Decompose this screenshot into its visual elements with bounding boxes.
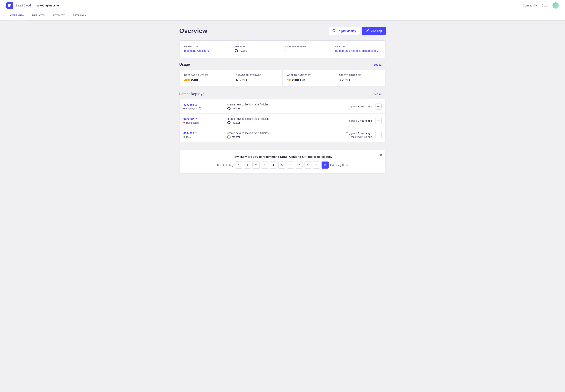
deploys-see-all[interactable]: See all → — [373, 93, 386, 96]
triggered-time-3: 2 hours ago — [358, 132, 372, 135]
svg-line-3 — [196, 104, 197, 105]
refresh-icon — [332, 29, 335, 33]
breadcrumb: Strapi Cloud / marketing-website — [16, 4, 59, 7]
external-icon-app — [377, 49, 379, 52]
survey-label-right: Extremely likely — [330, 164, 348, 167]
tab-settings[interactable]: SETTINGS — [69, 11, 90, 20]
deploy-menu-button-3[interactable]: ··· — [375, 132, 382, 138]
deploy-spinner-1 — [199, 107, 201, 110]
survey-num-8[interactable]: 8 — [304, 162, 311, 168]
deploy-hash-link-1[interactable]: a1a76c6 — [183, 103, 194, 106]
repository-card: REPOSITORY marketing-website — [179, 40, 386, 58]
survey-num-4[interactable]: 4 — [270, 162, 277, 168]
repo-label-branch: BRANCH — [235, 45, 280, 48]
deploys-section-header: Latest Deploys See all → — [179, 92, 386, 96]
usage-value-assets-bw: 98 /100 GB — [287, 78, 329, 82]
usage-section-header: Usage See all → — [179, 63, 386, 67]
deploy-hash-link-3[interactable]: 404c927 — [183, 132, 194, 135]
survey-num-5[interactable]: 5 — [278, 162, 285, 168]
repo-value-appurl: random-app-name.strapiapp.com — [335, 49, 381, 52]
deployed-in-3: Deployed in 12 min — [329, 135, 372, 138]
deploy-info-2: 94222df Build failed — [183, 117, 223, 124]
repo-link[interactable]: marketing-website — [184, 49, 230, 52]
deploy-branch-3: master — [227, 135, 324, 139]
usage-value-db-storage: 4.5 GB — [236, 78, 278, 82]
survey-bar: ✕ How likely are you to recommend Strapi… — [179, 150, 386, 173]
trigger-deploy-label: Trigger deploy — [337, 29, 356, 32]
svg-line-1 — [208, 50, 209, 51]
usage-item-db-storage: DATABASE STORAGE 4.5 GB — [231, 70, 283, 86]
nav-tabs: OVERVIEW DEPLOYS ACTIVITY SETTINGS — [0, 11, 565, 21]
deploy-status-1: Deploying — [183, 107, 223, 110]
deploy-menu-button-2[interactable]: ··· — [375, 118, 382, 124]
repo-value-branch: master — [235, 49, 280, 53]
repo-item-branch: BRANCH master — [235, 45, 280, 53]
deploy-hash-3: 404c927 — [183, 132, 223, 135]
arrow-right-icon: → — [383, 63, 386, 66]
survey-num-0[interactable]: 0 — [235, 162, 242, 168]
docs-link[interactable]: Docs — [541, 4, 548, 7]
page-header: Overview Trigger deploy — [179, 27, 386, 35]
survey-num-2[interactable]: 2 — [253, 162, 260, 168]
avatar[interactable] — [552, 2, 559, 9]
usage-highlight-db-entries: 480 — [184, 78, 190, 82]
usage-item-assets-storage: ASSETS STORAGE 3.2 GB — [334, 70, 386, 86]
header: Strapi Cloud / marketing-website Communi… — [0, 0, 565, 11]
repo-grid: REPOSITORY marketing-website — [184, 45, 381, 53]
deploy-desc-text-2: create new collection type Articles — [227, 117, 324, 120]
survey-num-10[interactable]: 10 — [322, 162, 329, 168]
deploy-status-2: Build failed — [183, 121, 223, 124]
deploys-section: Latest Deploys See all → a1a76c6 Deployi… — [179, 92, 386, 142]
deploy-meta-3: Triggered 2 hours ago Deployed in 12 min — [329, 132, 372, 138]
visit-app-label: Visit app — [371, 29, 382, 32]
tab-activity[interactable]: ACTIVITY — [49, 11, 69, 20]
deploy-menu-button-1[interactable]: ··· — [375, 103, 382, 110]
survey-num-7[interactable]: 7 — [296, 162, 303, 168]
status-dot-3 — [183, 136, 185, 138]
usage-item-db-entries: DATABASE ENTRIES 480 /500 — [179, 70, 231, 86]
usage-see-all[interactable]: See all → — [373, 63, 386, 66]
usage-item-assets-bw: ASSETS BANDWIDTH 98 /100 GB — [282, 70, 334, 86]
svg-line-5 — [196, 132, 197, 133]
svg-line-4 — [195, 118, 197, 119]
page-actions: Trigger deploy Visit app — [329, 27, 386, 35]
usage-label-db-storage: DATABASE STORAGE — [236, 74, 278, 76]
deploy-meta-2: Triggered 2 hours ago — [329, 119, 372, 122]
survey-close-button[interactable]: ✕ — [379, 154, 382, 157]
repo-value-repository: marketing-website — [184, 49, 230, 52]
deploy-hash-link-2[interactable]: 94222df — [183, 117, 194, 121]
status-text-3: Done — [186, 136, 192, 139]
deploy-hash-1: a1a76c6 — [183, 103, 223, 106]
svg-line-0 — [367, 29, 369, 31]
triggered-time-1: 2 hours ago — [358, 105, 372, 108]
usage-grid: DATABASE ENTRIES 480 /500 DATABASE STORA… — [179, 70, 386, 86]
strapi-logo — [6, 2, 13, 9]
deploy-status-3: Done — [183, 136, 223, 139]
branch-name-3: master — [232, 135, 240, 139]
survey-num-9[interactable]: 9 — [313, 162, 320, 168]
usage-value-db-entries: 480 /500 — [184, 78, 226, 82]
deploy-meta-1: Triggered 2 hours ago — [329, 105, 372, 108]
arrow-right-deploys-icon: → — [383, 93, 386, 96]
trigger-deploy-button[interactable]: Trigger deploy — [329, 27, 360, 35]
deploy-desc-text-1: create new collection type Articles — [227, 103, 324, 106]
survey-title: How likely are you to recommend Strapi C… — [186, 155, 379, 158]
triggered-label-2: Triggered — [346, 119, 358, 122]
tab-overview[interactable]: OVERVIEW — [6, 11, 28, 20]
app-url-link[interactable]: random-app-name.strapiapp.com — [335, 49, 381, 52]
survey-num-1[interactable]: 1 — [244, 162, 251, 168]
triggered-label-1: Triggered — [346, 105, 358, 108]
community-link[interactable]: Community — [523, 4, 537, 7]
survey-num-3[interactable]: 3 — [261, 162, 268, 168]
visit-app-button[interactable]: Visit app — [362, 27, 386, 35]
usage-label-db-entries: DATABASE ENTRIES — [184, 74, 226, 76]
deploy-description-3: create new collection type Articles mast… — [223, 131, 329, 139]
deploy-row-2: 94222df Build failed create new collecti… — [179, 114, 386, 128]
breadcrumb-brand: Strapi Cloud — [16, 4, 31, 7]
repo-label-appurl: APP URL — [335, 45, 381, 48]
breadcrumb-separator: / — [32, 4, 33, 7]
survey-num-6[interactable]: 6 — [287, 162, 294, 168]
repo-label-basedir: BASE DIRECTORY — [285, 45, 330, 48]
tab-deploys[interactable]: DEPLOYS — [28, 11, 49, 20]
svg-line-2 — [378, 50, 379, 51]
